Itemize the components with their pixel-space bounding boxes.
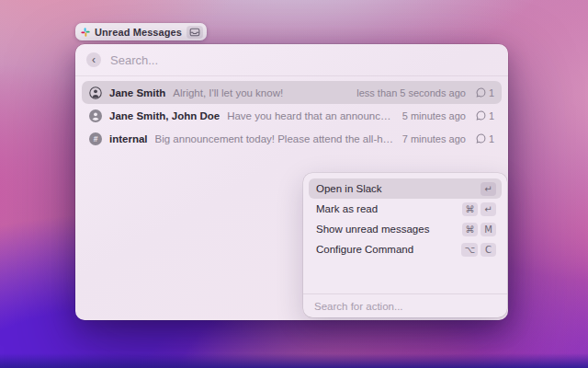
shortcut-keys: ⌥ C — [461, 243, 496, 257]
pill-label: Unread Messages — [95, 27, 182, 38]
person-icon — [89, 86, 102, 99]
channel-name: internal — [109, 133, 148, 144]
row-meta: 5 minutes ago 1 — [402, 110, 494, 121]
search-input[interactable] — [110, 53, 497, 67]
channel-hash-icon: # — [89, 132, 102, 145]
timestamp: 5 minutes ago — [402, 110, 466, 121]
action-configure-command[interactable]: Configure Command ⌥ C — [309, 239, 502, 259]
action-label: Configure Command — [316, 244, 413, 255]
m-key: M — [481, 223, 496, 236]
actions-panel: Open in Slack ↵ Mark as read ⌘ ↵ Show un… — [303, 173, 507, 317]
timestamp: 7 minutes ago — [402, 133, 466, 144]
pill-badge — [187, 26, 203, 39]
message-count: 1 — [489, 110, 494, 121]
command-key-icon: ⌘ — [462, 223, 478, 236]
sender-name: Jane Smith, John Doe — [109, 110, 220, 121]
list-item[interactable]: # internal Big announcement today! Pleas… — [82, 127, 502, 150]
shortcut-keys: ⌘ ↵ — [462, 202, 496, 216]
slack-icon — [81, 28, 90, 37]
tray-icon — [189, 28, 200, 37]
message-count: 1 — [489, 133, 494, 144]
message-bubble-icon — [476, 110, 486, 121]
action-label: Mark as read — [316, 203, 378, 214]
unread-messages-list: Jane Smith Alright, I'll let you know! l… — [75, 76, 508, 150]
search-bar: ‹ — [75, 44, 508, 76]
message-preview: Have you heard that an announcement is c… — [227, 110, 395, 121]
message-bubble-icon — [476, 133, 486, 144]
chevron-left-icon: ‹ — [92, 54, 96, 65]
row-meta: 7 minutes ago 1 — [402, 133, 494, 144]
row-meta: less than 5 seconds ago 1 — [356, 87, 494, 98]
message-preview: Alright, I'll let you know! — [173, 87, 283, 98]
return-key-icon: ↵ — [481, 202, 496, 216]
option-key-icon: ⌥ — [461, 243, 478, 257]
message-count: 1 — [489, 87, 494, 98]
return-key-icon: ↵ — [481, 182, 496, 196]
command-key-icon: ⌘ — [462, 202, 478, 216]
people-icon — [89, 109, 102, 122]
message-bubble-icon — [476, 87, 486, 98]
message-preview: Big announcement today! Please attend th… — [155, 133, 395, 144]
actions-footer — [303, 293, 507, 317]
launcher-window: ‹ Jane Smith Alright, I'll let you know!… — [75, 44, 508, 320]
action-show-unread-messages[interactable]: Show unread messages ⌘ M — [309, 219, 502, 239]
action-mark-as-read[interactable]: Mark as read ⌘ ↵ — [309, 199, 502, 219]
sender-name: Jane Smith — [109, 87, 165, 98]
actions-list: Open in Slack ↵ Mark as read ⌘ ↵ Show un… — [303, 173, 507, 265]
action-label: Open in Slack — [316, 183, 382, 194]
shortcut-keys: ↵ — [481, 182, 496, 196]
command-pill[interactable]: Unread Messages — [75, 23, 207, 40]
action-label: Show unread messages — [316, 224, 429, 235]
action-search-input[interactable] — [314, 301, 496, 312]
back-button[interactable]: ‹ — [86, 52, 101, 67]
list-item[interactable]: Jane Smith, John Doe Have you heard that… — [82, 104, 502, 127]
c-key: C — [481, 243, 496, 257]
timestamp: less than 5 seconds ago — [356, 87, 466, 98]
shortcut-keys: ⌘ M — [462, 223, 496, 236]
action-open-in-slack[interactable]: Open in Slack ↵ — [309, 178, 502, 199]
list-item[interactable]: Jane Smith Alright, I'll let you know! l… — [82, 81, 502, 104]
